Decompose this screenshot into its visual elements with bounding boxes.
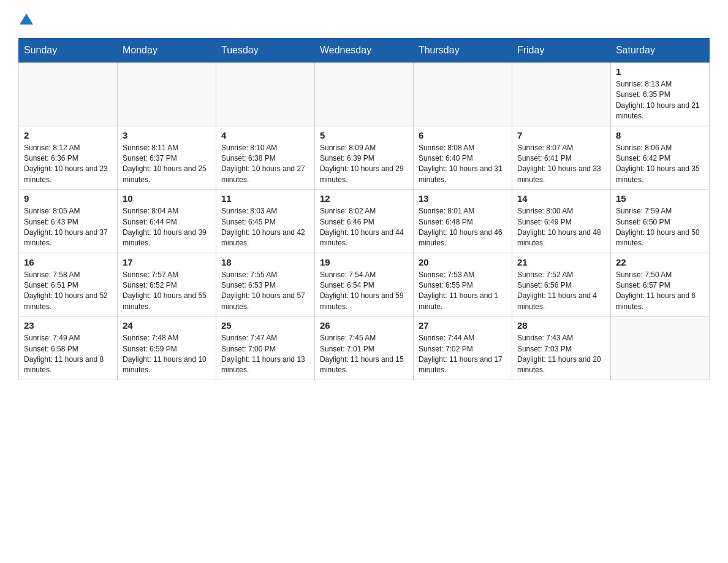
day-number: 27 <box>419 320 507 331</box>
day-cell <box>314 63 413 126</box>
day-number: 15 <box>616 193 704 204</box>
day-number: 23 <box>24 320 112 331</box>
day-info: Sunrise: 7:49 AM Sunset: 6:58 PM Dayligh… <box>24 333 112 376</box>
col-header-thursday: Thursday <box>413 39 512 63</box>
day-info: Sunrise: 8:03 AM Sunset: 6:45 PM Dayligh… <box>221 206 309 249</box>
day-number: 18 <box>221 257 309 267</box>
day-number: 17 <box>123 257 211 267</box>
calendar-body: 1Sunrise: 8:13 AM Sunset: 6:35 PM Daylig… <box>19 63 710 380</box>
day-info: Sunrise: 8:04 AM Sunset: 6:44 PM Dayligh… <box>123 206 211 249</box>
day-cell: 4Sunrise: 8:10 AM Sunset: 6:38 PM Daylig… <box>216 126 314 190</box>
day-cell: 27Sunrise: 7:44 AM Sunset: 7:02 PM Dayli… <box>413 316 512 380</box>
col-header-tuesday: Tuesday <box>216 39 314 63</box>
day-info: Sunrise: 8:00 AM Sunset: 6:49 PM Dayligh… <box>517 206 605 249</box>
day-number: 16 <box>24 257 112 267</box>
svg-marker-0 <box>20 13 33 25</box>
day-cell: 1Sunrise: 8:13 AM Sunset: 6:35 PM Daylig… <box>610 63 709 126</box>
day-info: Sunrise: 7:58 AM Sunset: 6:51 PM Dayligh… <box>24 270 112 313</box>
day-info: Sunrise: 7:59 AM Sunset: 6:50 PM Dayligh… <box>616 206 704 249</box>
day-info: Sunrise: 8:01 AM Sunset: 6:48 PM Dayligh… <box>419 206 507 249</box>
day-info: Sunrise: 8:11 AM Sunset: 6:37 PM Dayligh… <box>123 143 211 186</box>
day-info: Sunrise: 8:07 AM Sunset: 6:41 PM Dayligh… <box>517 143 605 186</box>
day-number: 24 <box>123 320 211 331</box>
week-row-2: 2Sunrise: 8:12 AM Sunset: 6:36 PM Daylig… <box>19 126 710 190</box>
day-number: 8 <box>616 130 704 140</box>
week-row-1: 1Sunrise: 8:13 AM Sunset: 6:35 PM Daylig… <box>19 63 710 126</box>
day-cell: 15Sunrise: 7:59 AM Sunset: 6:50 PM Dayli… <box>610 190 709 253</box>
day-number: 2 <box>24 130 112 140</box>
day-cell: 14Sunrise: 8:00 AM Sunset: 6:49 PM Dayli… <box>512 190 610 253</box>
day-cell: 6Sunrise: 8:08 AM Sunset: 6:40 PM Daylig… <box>413 126 512 190</box>
day-cell: 18Sunrise: 7:55 AM Sunset: 6:53 PM Dayli… <box>216 253 314 316</box>
day-number: 9 <box>24 193 112 204</box>
day-info: Sunrise: 7:53 AM Sunset: 6:55 PM Dayligh… <box>419 270 507 313</box>
day-cell <box>117 63 216 126</box>
days-of-week-row: SundayMondayTuesdayWednesdayThursdayFrid… <box>19 39 710 63</box>
day-cell <box>610 316 709 380</box>
day-info: Sunrise: 7:48 AM Sunset: 6:59 PM Dayligh… <box>123 333 211 376</box>
day-cell <box>413 63 512 126</box>
day-cell: 8Sunrise: 8:06 AM Sunset: 6:42 PM Daylig… <box>610 126 709 190</box>
day-info: Sunrise: 7:52 AM Sunset: 6:56 PM Dayligh… <box>517 270 605 313</box>
day-number: 5 <box>320 130 408 140</box>
day-cell: 7Sunrise: 8:07 AM Sunset: 6:41 PM Daylig… <box>512 126 610 190</box>
day-number: 12 <box>320 193 408 204</box>
day-number: 10 <box>123 193 211 204</box>
day-info: Sunrise: 8:12 AM Sunset: 6:36 PM Dayligh… <box>24 143 112 186</box>
day-cell: 25Sunrise: 7:47 AM Sunset: 7:00 PM Dayli… <box>216 316 314 380</box>
day-number: 21 <box>517 257 605 267</box>
day-number: 22 <box>616 257 704 267</box>
day-cell: 19Sunrise: 7:54 AM Sunset: 6:54 PM Dayli… <box>314 253 413 316</box>
day-info: Sunrise: 8:02 AM Sunset: 6:46 PM Dayligh… <box>320 206 408 249</box>
day-info: Sunrise: 8:09 AM Sunset: 6:39 PM Dayligh… <box>320 143 408 186</box>
day-number: 20 <box>419 257 507 267</box>
day-cell: 11Sunrise: 8:03 AM Sunset: 6:45 PM Dayli… <box>216 190 314 253</box>
day-cell: 23Sunrise: 7:49 AM Sunset: 6:58 PM Dayli… <box>19 316 118 380</box>
day-info: Sunrise: 8:06 AM Sunset: 6:42 PM Dayligh… <box>616 143 704 186</box>
day-cell: 22Sunrise: 7:50 AM Sunset: 6:57 PM Dayli… <box>610 253 709 316</box>
day-cell: 24Sunrise: 7:48 AM Sunset: 6:59 PM Dayli… <box>117 316 216 380</box>
col-header-friday: Friday <box>512 39 610 63</box>
week-row-5: 23Sunrise: 7:49 AM Sunset: 6:58 PM Dayli… <box>19 316 710 380</box>
day-cell: 9Sunrise: 8:05 AM Sunset: 6:43 PM Daylig… <box>19 190 118 253</box>
col-header-monday: Monday <box>117 39 216 63</box>
day-cell: 26Sunrise: 7:45 AM Sunset: 7:01 PM Dayli… <box>314 316 413 380</box>
day-info: Sunrise: 8:13 AM Sunset: 6:35 PM Dayligh… <box>616 79 704 122</box>
day-info: Sunrise: 7:44 AM Sunset: 7:02 PM Dayligh… <box>419 333 507 376</box>
day-cell: 21Sunrise: 7:52 AM Sunset: 6:56 PM Dayli… <box>512 253 610 316</box>
logo <box>18 12 34 26</box>
day-info: Sunrise: 8:08 AM Sunset: 6:40 PM Dayligh… <box>419 143 507 186</box>
calendar-table: SundayMondayTuesdayWednesdayThursdayFrid… <box>18 38 710 380</box>
day-number: 28 <box>517 320 605 331</box>
day-cell: 20Sunrise: 7:53 AM Sunset: 6:55 PM Dayli… <box>413 253 512 316</box>
week-row-3: 9Sunrise: 8:05 AM Sunset: 6:43 PM Daylig… <box>19 190 710 253</box>
page-header <box>18 12 710 26</box>
day-number: 4 <box>221 130 309 140</box>
day-cell: 2Sunrise: 8:12 AM Sunset: 6:36 PM Daylig… <box>19 126 118 190</box>
logo-triangle-icon <box>20 12 33 26</box>
calendar-header: SundayMondayTuesdayWednesdayThursdayFrid… <box>19 39 710 63</box>
day-cell: 12Sunrise: 8:02 AM Sunset: 6:46 PM Dayli… <box>314 190 413 253</box>
day-number: 7 <box>517 130 605 140</box>
day-number: 13 <box>419 193 507 204</box>
col-header-wednesday: Wednesday <box>314 39 413 63</box>
day-cell <box>19 63 118 126</box>
day-cell: 13Sunrise: 8:01 AM Sunset: 6:48 PM Dayli… <box>413 190 512 253</box>
day-number: 3 <box>123 130 211 140</box>
day-cell: 17Sunrise: 7:57 AM Sunset: 6:52 PM Dayli… <box>117 253 216 316</box>
day-cell: 16Sunrise: 7:58 AM Sunset: 6:51 PM Dayli… <box>19 253 118 316</box>
col-header-sunday: Sunday <box>19 39 118 63</box>
day-number: 14 <box>517 193 605 204</box>
day-info: Sunrise: 7:57 AM Sunset: 6:52 PM Dayligh… <box>123 270 211 313</box>
day-number: 11 <box>221 193 309 204</box>
day-number: 19 <box>320 257 408 267</box>
day-info: Sunrise: 7:43 AM Sunset: 7:03 PM Dayligh… <box>517 333 605 376</box>
day-info: Sunrise: 8:10 AM Sunset: 6:38 PM Dayligh… <box>221 143 309 186</box>
day-info: Sunrise: 7:45 AM Sunset: 7:01 PM Dayligh… <box>320 333 408 376</box>
day-number: 6 <box>419 130 507 140</box>
day-info: Sunrise: 7:50 AM Sunset: 6:57 PM Dayligh… <box>616 270 704 313</box>
day-cell <box>216 63 314 126</box>
day-cell: 3Sunrise: 8:11 AM Sunset: 6:37 PM Daylig… <box>117 126 216 190</box>
day-info: Sunrise: 8:05 AM Sunset: 6:43 PM Dayligh… <box>24 206 112 249</box>
day-info: Sunrise: 7:55 AM Sunset: 6:53 PM Dayligh… <box>221 270 309 313</box>
